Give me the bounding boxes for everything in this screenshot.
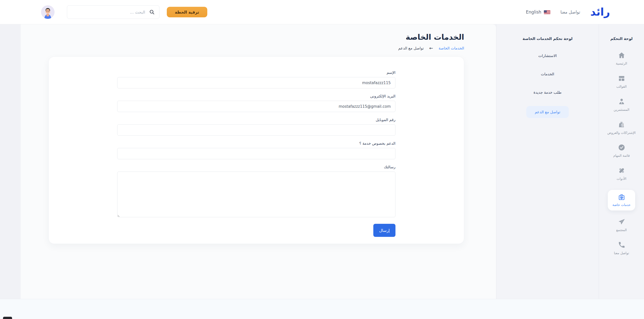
svg-text:$: $	[622, 124, 623, 126]
page-title: الخدمات الخاصة	[49, 33, 464, 41]
email-label: البريد الإلكترونى	[117, 94, 395, 98]
special-services-icon	[618, 193, 625, 201]
search-input[interactable]	[67, 5, 159, 19]
service-subject-label: الدعم بخصوص خدمة ؟	[117, 141, 395, 146]
mobile-field[interactable]	[117, 124, 395, 136]
submit-row: إرسال	[117, 224, 395, 237]
special-services-submenu: لوحة تحكم الخدمات الخاصة الاستشارات الخد…	[496, 24, 599, 299]
sidebar-item-label: الرئيسية	[616, 61, 627, 66]
field-group-mobile: رقم الموبايل	[117, 118, 395, 136]
name-field[interactable]	[117, 77, 395, 88]
contact-support-form: الإسم البريد الإلكترونى رقم الموبايل الد…	[117, 70, 395, 237]
sidebar-item-templates[interactable]: القوالب	[616, 75, 627, 89]
main-layout: لوحة التحكم الرئيسية القوالب	[0, 24, 644, 299]
submenu-item-new-service-request[interactable]: طلب خدمة جديدة	[534, 90, 561, 95]
language-label: English	[526, 10, 541, 15]
sidebar-item-label: المستثمرين	[614, 108, 629, 112]
field-group-message: رسالتك	[117, 165, 395, 218]
message-field[interactable]	[117, 172, 395, 217]
sidebar-item-tasks[interactable]: قائمة المهام	[613, 144, 630, 158]
home-icon	[618, 51, 625, 59]
language-switcher[interactable]: English	[526, 10, 550, 15]
service-subject-field[interactable]	[117, 148, 395, 159]
breadcrumb-current: تواصل مع الدعم	[398, 46, 424, 50]
subscriptions-icon: $	[618, 121, 625, 128]
submenu-heading: لوحة تحكم الخدمات الخاصة	[522, 36, 573, 41]
topbar-right-group: رائد تواصل معنا Englis	[526, 7, 610, 17]
send-button[interactable]: إرسال	[373, 224, 395, 237]
tasks-check-icon	[618, 144, 625, 151]
field-group-email: البريد الإلكترونى	[117, 94, 395, 112]
sidebar-item-label: الأدوات	[617, 177, 626, 181]
app-logo[interactable]: رائد	[590, 7, 610, 17]
topbar-left-group: ترقية الخطة	[41, 5, 207, 19]
breadcrumb-parent-link[interactable]: الخدمات الخاصة	[438, 46, 464, 50]
sidebar-item-label: المجتمع	[616, 228, 627, 233]
sidebar-item-label: خدمات خاصة	[612, 203, 630, 207]
investors-icon	[618, 98, 625, 105]
sidebar-item-home[interactable]: الرئيسية	[616, 51, 627, 66]
topbar: رائد تواصل معنا Englis	[0, 0, 644, 24]
sidebar-item-label: الإشتراكات والعروض	[607, 131, 635, 135]
content-area: الخدمات الخاصة الخدمات الخاصة ← تواصل مع…	[21, 24, 496, 299]
email-field[interactable]	[117, 101, 395, 112]
field-group-service: الدعم بخصوص خدمة ؟	[117, 141, 395, 159]
submenu-item-consultations[interactable]: الاستشارات	[538, 54, 557, 58]
sidebar-item-label: تواصل معنا	[614, 251, 629, 256]
search-icon	[149, 9, 155, 15]
mobile-label: رقم الموبايل	[117, 118, 395, 122]
name-label: الإسم	[117, 70, 395, 75]
chat-widget-peek[interactable]	[3, 317, 12, 319]
user-avatar[interactable]	[41, 5, 55, 19]
footer	[0, 299, 644, 319]
search-box	[67, 5, 159, 19]
sidebar-item-tools[interactable]: الأدوات	[617, 167, 626, 181]
templates-icon	[618, 75, 625, 82]
us-flag-icon	[544, 10, 550, 14]
topbar-contact-link[interactable]: تواصل معنا	[560, 10, 580, 15]
sidebar-item-label: قائمة المهام	[613, 153, 630, 158]
breadcrumb-arrow-icon: ←	[429, 46, 433, 50]
sidebar-item-contact[interactable]: تواصل معنا	[614, 241, 629, 256]
contact-support-card: الإسم البريد الإلكترونى رقم الموبايل الد…	[49, 57, 464, 244]
breadcrumb: الخدمات الخاصة ← تواصل مع الدعم	[49, 46, 464, 50]
sidebar-item-subscriptions[interactable]: $ الإشتراكات والعروض	[607, 121, 635, 135]
message-label: رسالتك	[117, 165, 395, 169]
sidebar-item-investors[interactable]: المستثمرين	[614, 98, 629, 112]
tools-icon	[618, 167, 625, 174]
sidebar-heading: لوحة التحكم	[610, 36, 632, 41]
icon-sidebar: لوحة التحكم الرئيسية القوالب	[599, 24, 644, 299]
paper-plane-icon	[618, 218, 625, 226]
submenu-item-services[interactable]: الخدمات	[541, 72, 554, 76]
upgrade-plan-button[interactable]: ترقية الخطة	[167, 7, 207, 17]
sidebar-item-community[interactable]: المجتمع	[616, 218, 627, 233]
sidebar-item-special-services[interactable]: خدمات خاصة	[608, 190, 635, 210]
field-group-name: الإسم	[117, 70, 395, 88]
submenu-item-contact-support[interactable]: تواصل مع الدعم	[526, 106, 569, 118]
phone-icon	[618, 241, 625, 249]
sidebar-item-label: القوالب	[616, 84, 627, 89]
